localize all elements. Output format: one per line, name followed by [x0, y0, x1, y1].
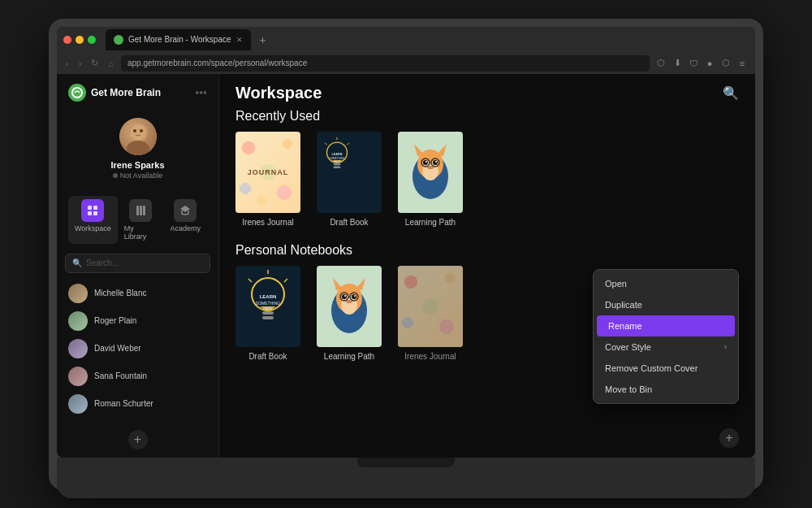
browser-actions: ⬡ ⬇ 🛡 ● ⬡ ≡	[654, 57, 749, 70]
list-item[interactable]: David Weber	[63, 335, 212, 363]
svg-point-2	[130, 124, 146, 141]
nav-reload-btn[interactable]: ↻	[89, 56, 101, 70]
svg-point-52	[354, 295, 356, 297]
book-cover-learning	[398, 132, 463, 213]
laptop-base	[57, 458, 755, 498]
book-item-learning-path[interactable]: Learning Path	[398, 132, 463, 227]
nav-forward-btn[interactable]: ›	[76, 57, 84, 70]
svg-text:LEARN: LEARN	[260, 294, 277, 299]
list-item[interactable]: Sana Fountain	[63, 363, 212, 390]
svg-rect-14	[334, 163, 341, 165]
svg-marker-24	[414, 144, 424, 156]
svg-marker-25	[437, 144, 447, 156]
academy-label: Academy	[170, 224, 201, 232]
maximize-window-btn[interactable]	[88, 36, 96, 44]
nav-home-btn[interactable]: ⌂	[106, 57, 116, 70]
book-label: Learning Path	[405, 218, 456, 227]
active-tab[interactable]: Get More Brain - Workspace ✕	[106, 29, 251, 50]
svg-rect-15	[334, 166, 341, 168]
share-icon[interactable]: ⬡	[654, 57, 667, 70]
context-menu: Open Duplicate Rename Cover Style › Remo…	[593, 269, 739, 404]
shield-icon[interactable]: 🛡	[687, 57, 700, 70]
main-search-button[interactable]: 🔍	[723, 85, 739, 101]
svg-rect-7	[93, 206, 97, 210]
context-menu-item-cover-style[interactable]: Cover Style ›	[594, 336, 738, 358]
book-label: Draft Book	[248, 352, 287, 361]
book-item-irenes-journal[interactable]: JOURNAL Irenes Journal	[235, 132, 300, 227]
context-menu-item-remove-cover[interactable]: Remove Custom Cover	[594, 358, 738, 379]
nav-back-btn[interactable]: ‹	[63, 57, 71, 70]
avatar	[119, 118, 157, 155]
svg-point-27	[423, 160, 428, 165]
member-name: Roger Plain	[94, 316, 136, 325]
logo-area: Get More Brain	[68, 84, 161, 102]
workspace-label: Workspace	[75, 224, 111, 232]
address-bar-row: ‹ › ↻ ⌂ app.getmorebrain.com/space/perso…	[57, 53, 755, 74]
tab-favicon	[114, 35, 123, 45]
app-container: Get More Brain •••	[57, 74, 755, 458]
svg-point-30	[435, 161, 437, 163]
profile-icon[interactable]: ●	[703, 57, 716, 70]
tab-close-btn[interactable]: ✕	[236, 36, 243, 44]
book-item-irenes-2[interactable]: Irenes Journal	[398, 266, 463, 361]
svg-rect-10	[136, 206, 139, 215]
svg-rect-36	[262, 311, 274, 315]
add-notebook-button[interactable]: +	[719, 428, 739, 448]
url-text: app.getmorebrain.com/space/personal/work…	[127, 59, 307, 67]
new-tab-button[interactable]: +	[254, 31, 272, 49]
traffic-lights	[63, 36, 96, 44]
member-list: Michelle Blanc Roger Plain David Weber S…	[57, 280, 218, 422]
extensions-icon[interactable]: ⬡	[719, 57, 732, 70]
list-item[interactable]: Roger Plain	[63, 307, 212, 335]
search-box[interactable]: 🔍 Search...	[65, 254, 210, 273]
minimize-window-btn[interactable]	[76, 36, 84, 44]
address-bar[interactable]: app.getmorebrain.com/space/personal/work…	[121, 55, 650, 72]
journal-bg-2	[398, 266, 463, 347]
svg-point-50	[352, 294, 356, 299]
svg-rect-6	[88, 206, 92, 210]
book-item-learning-2[interactable]: Learning Path	[317, 266, 382, 361]
member-name: Michelle Blanc	[94, 289, 146, 297]
list-item[interactable]: Roman Schurter	[63, 390, 212, 418]
user-name: Irene Sparks	[110, 160, 164, 170]
sidebar-options-btn[interactable]: •••	[195, 86, 207, 99]
book-label: Irenes Journal	[404, 352, 456, 361]
book-item-draft-2[interactable]: LEARN SOMETHING NEW Draft Book	[235, 266, 300, 361]
menu-icon[interactable]: ≡	[736, 57, 749, 70]
tab-label: Get More Brain - Workspace	[128, 35, 231, 44]
recently-used-title: Recently Used	[219, 109, 755, 132]
search-input[interactable]: Search...	[86, 258, 119, 267]
logo-icon	[68, 84, 86, 102]
context-menu-item-duplicate[interactable]: Duplicate	[594, 294, 738, 315]
laptop-frame: Get More Brain - Workspace ✕ + ‹ › ↻ ⌂ a…	[49, 19, 763, 490]
download-icon[interactable]: ⬇	[671, 57, 684, 70]
context-menu-item-move-to-bin[interactable]: Move to Bin	[594, 379, 738, 400]
sidebar-item-workspace[interactable]: Workspace	[68, 196, 118, 244]
close-window-btn[interactable]	[63, 36, 71, 44]
status-text: Not Available	[120, 172, 162, 180]
main-content: Workspace 🔍 Recently Used JOURNAL Irenes…	[219, 74, 755, 458]
list-item[interactable]: Michelle Blanc	[63, 280, 212, 307]
svg-text:NEW: NEW	[263, 306, 273, 310]
user-status: Not Available	[113, 172, 162, 180]
svg-point-28	[433, 160, 438, 165]
sidebar: Get More Brain •••	[57, 74, 219, 458]
book-cover-draft: LEARN SOMETHING NEW	[317, 132, 382, 213]
context-menu-item-rename[interactable]: Rename	[597, 315, 735, 336]
sidebar-header: Get More Brain •••	[57, 74, 218, 111]
personal-notebooks-title: Personal Notebooks	[219, 243, 755, 266]
logo-text: Get More Brain	[91, 87, 161, 98]
book-cover-learning-2	[317, 266, 382, 347]
book-item-draft[interactable]: LEARN SOMETHING NEW Draft Book	[317, 132, 382, 227]
svg-rect-8	[88, 211, 92, 215]
sidebar-item-academy[interactable]: Academy	[163, 196, 207, 244]
sidebar-item-my-library[interactable]: My Library	[118, 196, 164, 244]
add-member-button[interactable]: +	[128, 430, 148, 449]
svg-point-51	[344, 295, 346, 297]
svg-line-40	[248, 279, 252, 282]
context-menu-item-open[interactable]: Open	[594, 273, 738, 294]
main-footer: +	[719, 428, 739, 448]
member-name: Sana Fountain	[94, 371, 147, 380]
svg-point-29	[425, 161, 427, 163]
book-cover-journal-2	[398, 266, 463, 347]
